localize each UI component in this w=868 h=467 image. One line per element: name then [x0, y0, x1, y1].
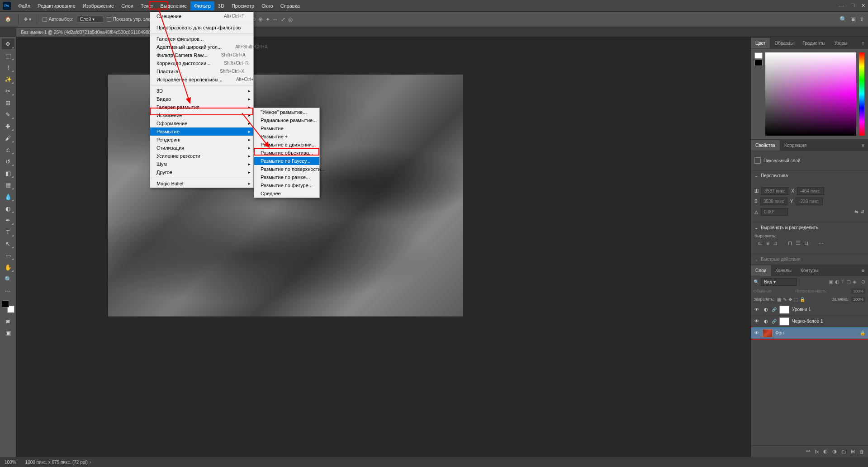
filter-item[interactable]: Искажение▸ — [150, 111, 253, 119]
flip-h-icon[interactable]: ⇋ — [854, 209, 858, 214]
3d-mode-icons[interactable]: ⟲⊕✦↔⤢◎ — [251, 16, 293, 23]
layer-row[interactable]: 👁◐🔗Уровни 1 — [751, 304, 868, 316]
layer-name[interactable]: Фон — [775, 330, 784, 335]
maximize-icon[interactable]: ☐ — [850, 3, 855, 9]
menu-изображение[interactable]: Изображение — [79, 1, 118, 10]
eyedropper-tool[interactable]: ✎ — [2, 109, 14, 120]
visibility-icon[interactable]: 👁 — [754, 307, 760, 312]
filter-item[interactable]: Усиление резкости▸ — [150, 152, 253, 160]
menu-файл[interactable]: Файл — [14, 1, 34, 10]
filter-item[interactable]: Стилизация▸ — [150, 144, 253, 152]
filter-item[interactable]: Оформление▸ — [150, 119, 253, 127]
blur-item[interactable]: Размытие объектива... — [254, 149, 319, 157]
hue-slider[interactable] — [859, 52, 864, 136]
tab-properties[interactable]: Свойства — [751, 140, 780, 151]
align-buttons[interactable]: ⊏≡⊐ ⊓☰⊔ ⋯ — [754, 238, 864, 250]
tab-swatches[interactable]: Образцы — [770, 38, 798, 48]
filter-item[interactable]: Рендеринг▸ — [150, 136, 253, 144]
type-tool[interactable]: T — [2, 226, 14, 237]
eraser-tool[interactable]: ◧ — [2, 168, 14, 179]
section-quick[interactable]: Быстрые действия — [751, 254, 868, 264]
menu-просмотр[interactable]: Просмотр — [228, 1, 258, 10]
filter-item[interactable]: Галерея размытия▸ — [150, 103, 253, 111]
filter-item[interactable]: Исправление перспективы...Alt+Ctrl+V — [150, 75, 253, 84]
layer-filter-select[interactable]: Вид ▾ — [761, 278, 797, 286]
autoselect-target-select[interactable]: Слой ▾ — [77, 16, 103, 23]
flip-v-icon[interactable]: ⇵ — [861, 209, 864, 214]
stamp-tool[interactable]: ⎌ — [2, 144, 14, 155]
filter-item[interactable]: Адаптивный широкий угол...Alt+Shift+Ctrl… — [150, 43, 253, 51]
opacity-value[interactable]: 100% — [851, 288, 865, 294]
h-field[interactable]: 3538 пикс — [760, 198, 787, 205]
zoom-tool[interactable]: 🔍 — [2, 274, 14, 284]
hand-tool[interactable]: ✋ — [2, 262, 14, 273]
move-tool[interactable]: ✥ — [2, 38, 14, 49]
lasso-tool[interactable]: ⌇ — [2, 62, 14, 73]
tab-adjustments[interactable]: Коррекция — [780, 140, 811, 151]
panel-menu-icon[interactable]: ≡ — [858, 143, 868, 148]
home-icon[interactable]: 🏠 — [4, 15, 13, 24]
layer-thumb[interactable] — [779, 306, 789, 314]
layer-filter-icons[interactable]: ▣◐T▢◈ ⊙ — [829, 279, 865, 285]
move-tool-icon[interactable]: ✥ ▾ — [24, 17, 31, 22]
panel-menu-icon[interactable]: ≡ — [858, 41, 868, 46]
blur-item[interactable]: Размытие по рамке... — [254, 173, 319, 181]
frame-tool[interactable]: ⊞ — [2, 97, 14, 108]
layers-footer[interactable]: ⚯fx◐◑🗀⊞🗑 — [751, 445, 868, 457]
y-field[interactable]: -238 пикс — [796, 198, 823, 205]
fg-swatch[interactable] — [754, 52, 763, 59]
quickmask-tool[interactable]: ◙ — [2, 316, 14, 326]
fill-value[interactable]: 100% — [851, 297, 865, 302]
edit-toolbar[interactable]: ⋯ — [2, 285, 14, 296]
color-picker-panel[interactable] — [751, 49, 868, 139]
blur-submenu-dropdown[interactable]: "Умное" размытие...Радиальное размытие..… — [254, 108, 320, 198]
angle-field[interactable]: 0,00° — [761, 208, 788, 216]
blur-item[interactable]: Радиальное размытие... — [254, 116, 319, 124]
blur-item[interactable]: Размытие по поверхности... — [254, 165, 319, 173]
filter-item[interactable]: Коррекция дисторсии...Shift+Ctrl+R — [150, 59, 253, 67]
blur-item[interactable]: Размытие по фигуре... — [254, 181, 319, 189]
menu-3d[interactable]: 3D — [214, 1, 228, 10]
screenmode-tool[interactable]: ▣ — [2, 327, 14, 338]
filter-menu-dropdown[interactable]: СмещениеAlt+Ctrl+FПреобразовать для смар… — [150, 12, 254, 188]
menu-справка[interactable]: Справка — [277, 1, 304, 10]
heal-tool[interactable]: ✚ — [2, 121, 14, 132]
lock-icons[interactable]: ▦✎✥⬚🔒 — [777, 297, 805, 302]
menu-выделение[interactable]: Выделение — [157, 1, 190, 10]
blur-item[interactable]: Среднее — [254, 189, 319, 198]
marquee-tool[interactable]: ⬚ — [2, 50, 14, 61]
visibility-icon[interactable]: 👁 — [754, 330, 760, 335]
filter-item[interactable]: Пластика...Shift+Ctrl+X — [150, 67, 253, 75]
layer-row[interactable]: 👁Фон🔒 — [751, 327, 868, 339]
search-icon[interactable]: 🔍 — [754, 279, 759, 284]
tab-channels[interactable]: Каналы — [771, 265, 796, 276]
filter-item[interactable]: Шум▸ — [150, 160, 253, 168]
filter-item[interactable]: Magic Bullet▸ — [150, 179, 253, 188]
window-controls[interactable]: — ☐ ✕ — [839, 3, 865, 9]
x-field[interactable]: -464 пикс — [797, 187, 824, 195]
bg-swatch[interactable] — [754, 60, 763, 66]
blur-item[interactable]: Размытие + — [254, 132, 319, 141]
layer-thumb[interactable] — [763, 329, 773, 337]
workspace-icons[interactable]: 🔍▣⇪ — [840, 16, 864, 23]
autoselect-option[interactable]: Автовыбор: — [43, 17, 73, 22]
section-align[interactable]: Выровнять и распределить — [751, 222, 868, 233]
layer-name[interactable]: Уровни 1 — [792, 307, 811, 312]
filter-item[interactable]: СмещениеAlt+Ctrl+F — [150, 12, 253, 20]
canvas-area[interactable] — [16, 37, 750, 457]
zoom-level[interactable]: 100% — [5, 460, 16, 465]
tab-gradients[interactable]: Градиенты — [798, 38, 830, 48]
panel-menu-icon[interactable]: ≡ — [858, 268, 868, 273]
close-icon[interactable]: ✕ — [861, 3, 865, 9]
filter-item[interactable]: Другое▸ — [150, 168, 253, 176]
blur-item[interactable]: Размытие по Гауссу... — [254, 157, 319, 165]
blur-item[interactable]: Размытие в движении... — [254, 141, 319, 149]
tab-layers[interactable]: Слои — [751, 265, 771, 276]
dodge-tool[interactable]: ◐ — [2, 203, 14, 214]
color-field[interactable] — [765, 52, 856, 136]
blur-tool[interactable]: 💧 — [2, 191, 14, 202]
section-perspective[interactable]: Перспектива — [751, 170, 868, 181]
layer-row[interactable]: 👁◐🔗Черно-белое 1 — [751, 316, 868, 327]
tab-paths[interactable]: Контуры — [796, 265, 823, 276]
blend-mode-select[interactable]: Обычные — [754, 289, 772, 293]
